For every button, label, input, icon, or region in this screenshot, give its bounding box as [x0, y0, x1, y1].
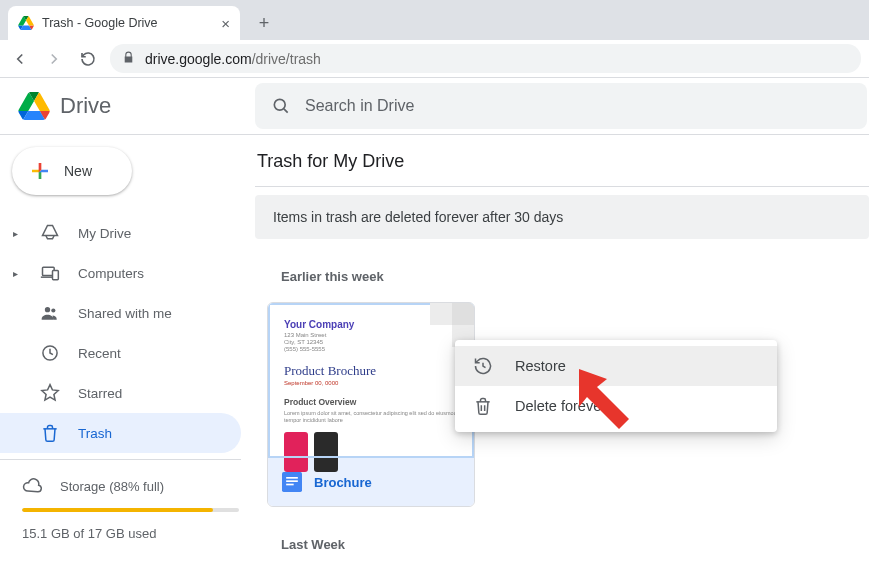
- tab-strip: Trash - Google Drive × +: [0, 0, 869, 40]
- shared-icon: [40, 303, 60, 323]
- trash-icon: [40, 423, 60, 443]
- context-menu: Restore Delete forever: [455, 340, 777, 432]
- recent-icon: [40, 343, 60, 363]
- svg-rect-7: [286, 477, 298, 479]
- svg-rect-2: [53, 271, 59, 280]
- forward-button[interactable]: [42, 47, 66, 71]
- svg-point-3: [45, 307, 50, 312]
- sidebar-item-trash[interactable]: Trash: [0, 413, 241, 453]
- tab-title: Trash - Google Drive: [42, 16, 158, 30]
- search-icon: [271, 96, 291, 116]
- svg-rect-9: [286, 484, 294, 486]
- reload-button[interactable]: [76, 47, 100, 71]
- nav-label: Computers: [78, 266, 144, 281]
- new-button-label: New: [64, 163, 92, 179]
- svg-rect-8: [286, 480, 298, 482]
- restore-icon: [473, 356, 493, 376]
- file-thumbnail: Your Company 123 Main StreetCity, ST 123…: [268, 303, 474, 458]
- trash-icon: [473, 396, 493, 416]
- preview-addr: 123 Main StreetCity, ST 12345(555) 555-5…: [284, 332, 458, 354]
- caret-right-icon: ▸: [8, 228, 22, 239]
- back-button[interactable]: [8, 47, 32, 71]
- section-heading: Earlier this week: [281, 269, 869, 284]
- new-tab-button[interactable]: +: [250, 9, 278, 37]
- browser-toolbar: drive.google.com/drive/trash: [0, 40, 869, 78]
- storage-label: Storage (88% full): [60, 479, 164, 494]
- sidebar-item-starred[interactable]: Starred: [0, 373, 241, 413]
- svg-point-0: [274, 99, 285, 110]
- trash-banner: Items in trash are deleted forever after…: [255, 195, 869, 239]
- drive-logo-icon: [18, 92, 50, 120]
- drive-favicon: [18, 16, 34, 30]
- search-placeholder: Search in Drive: [305, 97, 414, 115]
- storage-section[interactable]: Storage (88% full) 15.1 GB of 17 GB used: [0, 466, 255, 541]
- drive-logo[interactable]: Drive: [0, 78, 255, 134]
- nav-label: Starred: [78, 386, 122, 401]
- nav-label: Shared with me: [78, 306, 172, 321]
- preview-date: September 00, 0000: [284, 380, 458, 386]
- sidebar-item-my-drive[interactable]: ▸ My Drive: [0, 213, 241, 253]
- star-icon: [40, 383, 60, 403]
- url-text: drive.google.com/drive/trash: [145, 51, 321, 67]
- sidebar: New ▸ My Drive ▸ Computers Shared with m…: [0, 135, 255, 563]
- browser-tab[interactable]: Trash - Google Drive ×: [8, 6, 240, 40]
- divider: [0, 459, 241, 460]
- nav-label: Recent: [78, 346, 121, 361]
- sidebar-item-computers[interactable]: ▸ Computers: [0, 253, 241, 293]
- preview-title: Product Brochure: [284, 363, 458, 379]
- close-tab-icon[interactable]: ×: [221, 15, 230, 32]
- new-button[interactable]: New: [12, 147, 132, 195]
- drive-header: Drive Search in Drive: [0, 78, 869, 135]
- file-card[interactable]: Your Company 123 Main StreetCity, ST 123…: [267, 302, 475, 507]
- nav-list: ▸ My Drive ▸ Computers Shared with me Re…: [0, 213, 255, 453]
- context-restore[interactable]: Restore: [455, 346, 777, 386]
- my-drive-icon: [40, 223, 60, 243]
- context-delete-forever[interactable]: Delete forever: [455, 386, 777, 426]
- lock-icon: [122, 51, 135, 67]
- address-bar[interactable]: drive.google.com/drive/trash: [110, 44, 861, 73]
- docs-icon: [282, 472, 302, 492]
- svg-point-4: [51, 308, 55, 312]
- plus-icon: [28, 159, 52, 183]
- preview-body: Lorem ipsum dolor sit amet, consectetur …: [284, 410, 458, 425]
- page-title: Trash for My Drive: [255, 151, 869, 187]
- cloud-icon: [22, 476, 42, 496]
- storage-used: 15.1 GB of 17 GB used: [22, 526, 239, 541]
- search-input[interactable]: Search in Drive: [255, 83, 867, 129]
- nav-label: Trash: [78, 426, 112, 441]
- sidebar-item-shared[interactable]: Shared with me: [0, 293, 241, 333]
- context-restore-label: Restore: [515, 358, 566, 374]
- sidebar-item-recent[interactable]: Recent: [0, 333, 241, 373]
- section-heading: Last Week: [281, 537, 869, 552]
- nav-label: My Drive: [78, 226, 131, 241]
- file-name: Brochure: [314, 475, 372, 490]
- context-delete-label: Delete forever: [515, 398, 606, 414]
- storage-bar: [22, 508, 239, 512]
- preview-overview: Product Overview: [284, 397, 458, 407]
- caret-right-icon: ▸: [8, 268, 22, 279]
- computers-icon: [40, 263, 60, 283]
- drive-logo-text: Drive: [60, 93, 111, 119]
